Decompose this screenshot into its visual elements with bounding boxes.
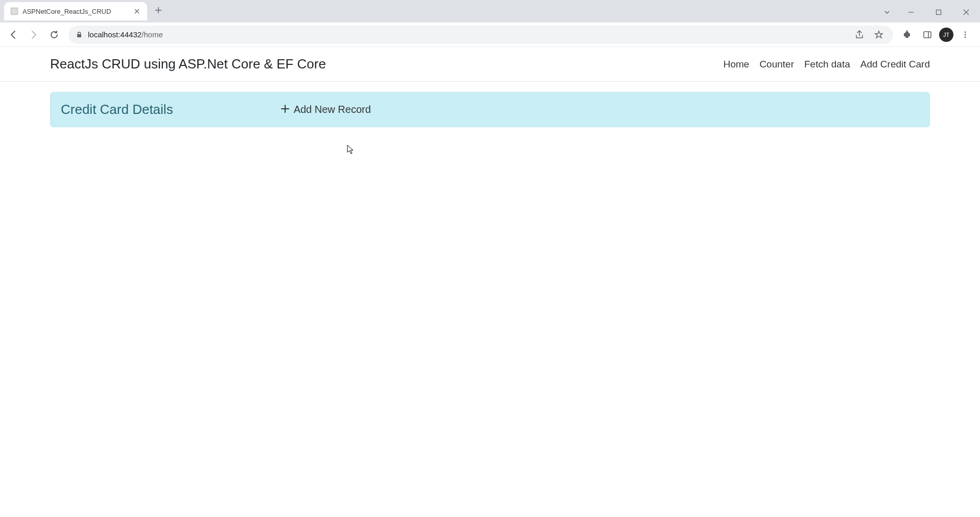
close-window-button[interactable] bbox=[954, 4, 978, 20]
main-area: Credit Card Details Add New Record bbox=[0, 82, 980, 137]
profile-avatar[interactable]: JT bbox=[939, 28, 953, 42]
menu-button[interactable] bbox=[956, 26, 974, 43]
bookmark-star-icon[interactable] bbox=[872, 26, 886, 43]
app-title: ReactJs CRUD using ASP.Net Core & EF Cor… bbox=[50, 56, 326, 72]
nav-link-fetch-data[interactable]: Fetch data bbox=[804, 59, 850, 70]
svg-point-6 bbox=[965, 34, 966, 35]
tab-title: ASPNetCore_ReactJs_CRUD bbox=[22, 8, 129, 15]
svg-rect-3 bbox=[924, 32, 931, 38]
share-icon[interactable] bbox=[852, 26, 867, 43]
app-navbar: ReactJs CRUD using ASP.Net Core & EF Cor… bbox=[0, 47, 980, 82]
nav-link-home[interactable]: Home bbox=[724, 59, 750, 70]
forward-button[interactable] bbox=[25, 26, 43, 44]
card-header: Credit Card Details Add New Record bbox=[50, 92, 930, 127]
close-tab-button[interactable] bbox=[133, 7, 141, 15]
svg-point-7 bbox=[965, 36, 966, 38]
nav-links: Home Counter Fetch data Add Credit Card bbox=[724, 59, 930, 70]
extensions-icon[interactable] bbox=[898, 26, 916, 43]
address-bar[interactable]: localhost:44432/home bbox=[68, 26, 893, 44]
back-button[interactable] bbox=[4, 26, 22, 44]
card-title: Credit Card Details bbox=[61, 102, 173, 118]
minimize-button[interactable] bbox=[899, 4, 923, 20]
nav-link-add-credit-card[interactable]: Add Credit Card bbox=[860, 59, 930, 70]
add-new-record-button[interactable]: Add New Record bbox=[281, 103, 371, 116]
maximize-button[interactable] bbox=[927, 4, 950, 20]
nav-link-counter[interactable]: Counter bbox=[759, 59, 794, 70]
side-panel-icon[interactable] bbox=[919, 26, 936, 43]
browser-tab-bar: ASPNetCore_ReactJs_CRUD bbox=[0, 0, 980, 22]
plus-icon bbox=[281, 103, 290, 116]
page-content: ReactJs CRUD using ASP.Net Core & EF Cor… bbox=[0, 47, 980, 137]
url-text: localhost:44432/home bbox=[88, 30, 847, 39]
lock-icon bbox=[76, 31, 83, 38]
svg-rect-0 bbox=[11, 8, 17, 14]
tabs-dropdown-button[interactable] bbox=[879, 4, 895, 20]
browser-tab-active[interactable]: ASPNetCore_ReactJs_CRUD bbox=[4, 2, 147, 20]
toolbar-icons: JT bbox=[898, 26, 976, 43]
avatar-initials: JT bbox=[943, 32, 949, 38]
url-path: /home bbox=[142, 30, 163, 39]
mouse-cursor-icon bbox=[347, 145, 355, 157]
svg-rect-1 bbox=[937, 10, 941, 15]
add-record-label: Add New Record bbox=[294, 104, 371, 115]
window-controls bbox=[879, 4, 980, 22]
svg-rect-2 bbox=[77, 34, 81, 37]
favicon-icon bbox=[10, 7, 18, 15]
svg-point-5 bbox=[965, 31, 966, 33]
reload-button[interactable] bbox=[45, 26, 63, 44]
browser-toolbar: localhost:44432/home JT bbox=[0, 22, 980, 47]
new-tab-button[interactable] bbox=[151, 3, 166, 17]
tab-strip: ASPNetCore_ReactJs_CRUD bbox=[0, 0, 166, 22]
url-domain: localhost:44432 bbox=[88, 30, 142, 39]
